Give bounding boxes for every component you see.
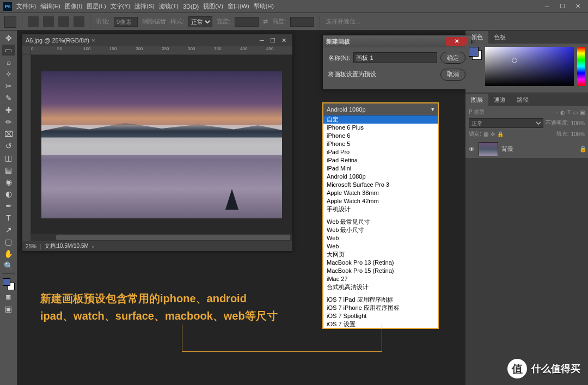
menu-file[interactable]: 文件(F) xyxy=(16,2,36,10)
preset-option[interactable]: Apple Watch 42mm xyxy=(323,197,438,205)
panel-color-swatches[interactable] xyxy=(469,47,482,60)
eyedropper-tool-icon[interactable]: ✎ xyxy=(2,93,15,103)
tab-paths[interactable]: 路径 xyxy=(511,94,534,106)
window-maximize-button[interactable]: ☐ xyxy=(555,2,569,11)
tab-channels[interactable]: 通道 xyxy=(488,94,511,106)
preset-option[interactable]: iPad Pro xyxy=(323,148,438,156)
opacity-value[interactable]: 100% xyxy=(571,120,585,126)
lasso-tool-icon[interactable]: ⌕ xyxy=(2,57,15,68)
menu-type[interactable]: 文字(Y) xyxy=(111,2,131,10)
selection-mode-intersect-icon[interactable] xyxy=(74,16,84,27)
menu-window[interactable]: 窗口(W) xyxy=(228,2,249,10)
healing-tool-icon[interactable]: ✚ xyxy=(2,105,15,115)
selection-mode-add-icon[interactable] xyxy=(43,16,54,27)
preset-option[interactable]: iPad Retina xyxy=(323,156,438,164)
preset-option[interactable]: iPhone 6 xyxy=(323,132,438,140)
menu-layer[interactable]: 图层(L) xyxy=(87,2,106,10)
blur-tool-icon[interactable]: ◉ xyxy=(2,176,15,187)
preset-option[interactable]: 自定 xyxy=(323,115,438,124)
style-select[interactable]: 正常 xyxy=(188,16,212,27)
move-tool-icon[interactable]: ✥ xyxy=(2,33,15,44)
tab-close-icon[interactable]: × xyxy=(91,37,95,44)
menu-select[interactable]: 选择(S) xyxy=(134,2,155,10)
ruler-vertical[interactable] xyxy=(22,55,31,241)
visibility-icon[interactable]: 👁 xyxy=(468,146,475,152)
doc-close-icon[interactable]: ✕ xyxy=(278,37,289,44)
menu-filter[interactable]: 滤镜(T) xyxy=(159,2,179,10)
menu-image[interactable]: 图像(I) xyxy=(65,2,82,10)
document-titlebar[interactable]: A6.jpg @ 25%(RGB/8#) × ─ ☐ ✕ xyxy=(22,34,292,46)
dialog-titlebar[interactable]: 新建画板 ✕ xyxy=(323,35,471,47)
preset-option[interactable]: iPad Mini xyxy=(323,164,438,173)
filter-type-icon[interactable]: T xyxy=(567,109,571,115)
preset-option[interactable]: Android 1080p xyxy=(323,173,438,181)
history-brush-tool-icon[interactable]: ↺ xyxy=(2,140,15,151)
tab-layers[interactable]: 图层 xyxy=(465,94,488,106)
quickmask-icon[interactable]: ◙ xyxy=(2,291,15,302)
lock-position-icon[interactable]: ✜ xyxy=(491,131,495,137)
doc-minimize-icon[interactable]: ─ xyxy=(256,37,267,44)
filter-shape-icon[interactable]: ▭ xyxy=(573,109,578,115)
crop-tool-icon[interactable]: ✂ xyxy=(2,81,15,91)
lock-all-icon[interactable]: 🔒 xyxy=(497,131,504,137)
filter-image-icon[interactable]: ▫ xyxy=(556,109,558,115)
canvas-viewport[interactable] xyxy=(31,55,292,241)
magic-wand-tool-icon[interactable]: ✧ xyxy=(2,69,15,80)
shape-tool-icon[interactable]: ▢ xyxy=(2,236,15,247)
fill-value[interactable]: 100% xyxy=(571,131,585,137)
menu-edit[interactable]: 编辑(E) xyxy=(40,2,60,10)
filter-smart-icon[interactable]: ▣ xyxy=(580,109,585,115)
layer-thumbnail[interactable] xyxy=(479,142,498,156)
ok-button[interactable]: 确定 xyxy=(440,52,465,64)
blend-mode-select[interactable]: 正常 xyxy=(469,118,543,128)
preset-option[interactable]: iPhone 5 xyxy=(323,140,438,148)
cancel-button[interactable]: 取消 xyxy=(440,69,465,81)
feather-field[interactable]: 0像素 xyxy=(114,17,138,27)
window-minimize-button[interactable]: ─ xyxy=(540,2,554,11)
menu-help[interactable]: 帮助(H) xyxy=(254,2,274,10)
pen-tool-icon[interactable]: ✒ xyxy=(2,200,15,211)
tab-swatches[interactable]: 色板 xyxy=(488,31,511,44)
dialog-close-button[interactable]: ✕ xyxy=(446,37,468,46)
height-field[interactable] xyxy=(290,17,314,27)
preset-option[interactable]: MacBook Pro 13 (Retina) xyxy=(323,259,438,267)
width-field[interactable] xyxy=(235,17,259,27)
hue-slider[interactable] xyxy=(577,47,585,86)
preset-option[interactable]: Apple Watch 38mm xyxy=(323,189,438,197)
doc-maximize-icon[interactable]: ☐ xyxy=(267,37,278,44)
color-field[interactable] xyxy=(485,47,574,86)
refine-edge-button[interactable]: 选择并遮住... xyxy=(326,17,360,26)
preset-option[interactable]: iMac 27 xyxy=(323,275,438,283)
gradient-tool-icon[interactable]: ▦ xyxy=(2,164,15,175)
preset-option[interactable]: Web xyxy=(323,242,438,250)
menu-view[interactable]: 视图(V) xyxy=(203,2,223,10)
preset-option[interactable]: Web xyxy=(323,234,438,242)
marquee-tool-icon[interactable]: ▭ xyxy=(2,45,15,56)
preset-option[interactable]: 大网页 xyxy=(323,250,438,259)
preset-option[interactable]: iOS 7 iPhone 应用程序图标 xyxy=(323,304,438,312)
path-tool-icon[interactable]: ↗ xyxy=(2,224,15,235)
artboard-name-input[interactable] xyxy=(353,52,437,63)
swap-icon[interactable]: ⇄ xyxy=(263,18,268,25)
zoom-level[interactable]: 25% xyxy=(26,243,36,249)
dodge-tool-icon[interactable]: ◐ xyxy=(2,188,15,199)
preset-option[interactable]: Web 最常见尺寸 xyxy=(323,218,438,226)
lock-pixels-icon[interactable]: ▦ xyxy=(483,131,488,137)
preset-option[interactable]: iOS 7 iPad 应用程序图标 xyxy=(323,296,438,304)
preset-option[interactable]: MacBook Pro 15 (Retina) xyxy=(323,267,438,275)
window-close-button[interactable]: ✕ xyxy=(571,2,585,11)
stamp-tool-icon[interactable]: ⌧ xyxy=(2,129,15,139)
preset-dropdown[interactable]: Android 1080p▾ 自定iPhone 6 PlusiPhone 6iP… xyxy=(322,102,439,329)
current-tool-indicator[interactable] xyxy=(4,16,16,28)
type-tool-icon[interactable]: T xyxy=(2,212,15,223)
eraser-tool-icon[interactable]: ◫ xyxy=(2,152,15,163)
zoom-tool-icon[interactable]: 🔍 xyxy=(2,260,15,271)
preset-option[interactable]: 手机设计 xyxy=(323,205,438,213)
selection-mode-new-icon[interactable] xyxy=(28,16,39,27)
ruler-horizontal[interactable]: 050100150200250300350400450 xyxy=(22,46,292,55)
selection-mode-subtract-icon[interactable] xyxy=(58,16,69,27)
filter-adjust-icon[interactable]: ◐ xyxy=(560,109,565,115)
brush-tool-icon[interactable]: ✏ xyxy=(2,117,15,127)
screenmode-icon[interactable]: ▣ xyxy=(2,303,15,314)
scrollbar-horizontal[interactable] xyxy=(31,234,292,241)
